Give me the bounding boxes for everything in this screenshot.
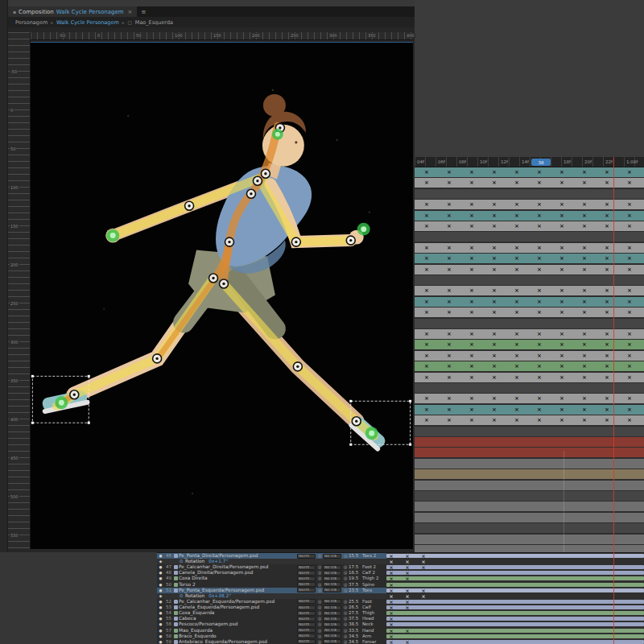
visibility-eye-icon[interactable]: ● (157, 553, 164, 559)
layer-name[interactable]: Canela_Direita/Personagem.psd (179, 570, 297, 576)
keyframe-icon[interactable]: × (492, 353, 497, 359)
keyframe-icon[interactable]: × (559, 331, 564, 337)
timeline-layer-bar[interactable]: ×× (386, 599, 644, 605)
close-icon[interactable]: × (128, 9, 133, 15)
timeline-layer-bar[interactable]: ×××××××××× (415, 265, 644, 275)
keyframe-icon[interactable]: × (605, 299, 609, 305)
layer-name[interactable]: Pe_Ponta_Direita/Personagem.psd (179, 553, 297, 559)
keyframe-icon[interactable]: × (389, 588, 393, 593)
parent-pickwhip-icon[interactable]: @ (342, 582, 349, 588)
layer-name[interactable]: Torso 2 (179, 582, 297, 588)
keyframe-icon[interactable]: × (405, 599, 409, 605)
keyframe-icon[interactable]: × (559, 407, 564, 413)
timeline-layer-bar[interactable]: ×××××××××× (415, 167, 644, 177)
keyframe-icon[interactable]: × (537, 299, 542, 305)
keyframe-icon[interactable]: × (469, 395, 474, 402)
keyframe-icon[interactable]: × (514, 309, 519, 316)
timeline-layer-bar[interactable] (415, 469, 644, 479)
keyframe-icon[interactable]: × (537, 407, 542, 413)
keyframe-icon[interactable]: × (559, 417, 564, 423)
timeline-layer-bar[interactable]: ×××××××××× (415, 297, 644, 307)
timeline-layer-bar[interactable]: ×××××××××× (415, 329, 644, 339)
keyframe-icon[interactable]: × (424, 245, 429, 251)
blend-mode-select[interactable]: Norm (297, 582, 316, 587)
keyframe-icon[interactable]: × (559, 341, 564, 348)
timeline-layer-bar[interactable]: ×× (386, 628, 644, 634)
keyframe-icon[interactable]: × (627, 309, 632, 316)
blend-mode-select[interactable]: Norm (297, 617, 316, 621)
keyframe-icon[interactable]: × (537, 169, 542, 175)
trkmat-select[interactable]: No tra (323, 565, 341, 570)
keyframe-icon[interactable]: × (405, 564, 409, 570)
label-swatch[interactable] (173, 629, 179, 633)
parent-pickwhip-icon[interactable]: @ (342, 610, 349, 616)
label-swatch[interactable] (173, 588, 179, 592)
keyframe-icon[interactable]: × (469, 407, 474, 413)
keyframe-icon[interactable]: × (514, 299, 519, 305)
keyframe-icon[interactable]: × (424, 331, 429, 337)
keyframe-icon[interactable]: × (559, 353, 564, 359)
keyframe-icon[interactable]: × (492, 299, 497, 305)
keyframe-icon[interactable]: × (627, 245, 632, 251)
keyframe-icon[interactable]: × (537, 374, 542, 381)
pickwhip-icon[interactable]: @ (316, 570, 323, 576)
pickwhip-icon[interactable]: @ (316, 628, 323, 634)
property-row[interactable]: ◆⊙Rotation0x+38.2° (157, 593, 386, 599)
label-swatch[interactable] (173, 565, 179, 569)
visibility-eye-icon[interactable]: ● (157, 570, 164, 576)
keyframe-icon[interactable]: × (492, 255, 497, 262)
timeline-layer-bar[interactable]: ×××××××××× (415, 254, 644, 263)
keyframe-icon[interactable]: × (389, 599, 393, 605)
visibility-eye-icon[interactable]: ● (157, 616, 164, 621)
keyframe-icon[interactable]: × (389, 610, 393, 616)
time-indicator-line[interactable] (613, 157, 614, 644)
keyframe-icon[interactable]: × (469, 180, 474, 186)
layer-duration-bar[interactable] (386, 576, 644, 580)
layer-name[interactable]: Cabeca (179, 616, 297, 621)
keyframe-icon[interactable]: × (559, 309, 564, 316)
keyframe-icon[interactable]: × (627, 341, 632, 348)
panel-menu-icon[interactable]: ≡ (141, 9, 146, 15)
keyframe-icon[interactable]: × (469, 266, 474, 273)
timeline-layer-bar[interactable] (415, 491, 644, 501)
timeline-layer-bar[interactable] (415, 319, 644, 328)
keyframe-icon[interactable]: × (389, 634, 393, 639)
keyframe-icon[interactable]: × (582, 255, 587, 262)
layer-row[interactable]: ●53Canela_Esquerda/Personagem.psdNorm@No… (157, 605, 386, 610)
keyframe-icon[interactable]: × (582, 417, 587, 423)
keyframe-icon[interactable]: × (492, 169, 497, 175)
keyframe-icon[interactable]: × (559, 363, 564, 369)
timeline-layer-bar[interactable]: ×××××××××× (415, 221, 644, 231)
visibility-eye-icon[interactable]: ● (157, 564, 164, 570)
keyframe-icon[interactable]: × (421, 564, 425, 570)
timeline-layer-bar[interactable] (415, 275, 644, 285)
keyframe-icon[interactable]: × (405, 605, 409, 610)
timeline-layer-bar[interactable]: ××× (386, 564, 644, 570)
timeline-layer-bar[interactable]: ×××××××××× (415, 200, 644, 209)
layer-name[interactable]: Pe_Ponta_Esquerda/Personagem.psd (179, 588, 297, 593)
keyframe-icon[interactable]: × (424, 287, 429, 294)
timeline-layer-bar[interactable]: ××× (386, 588, 644, 593)
keyframe-icon[interactable]: × (514, 395, 519, 402)
keyframe-icon[interactable]: × (514, 417, 519, 423)
blend-mode-select[interactable]: Norm (297, 554, 316, 559)
keyframe-icon[interactable]: × (627, 266, 632, 273)
layer-row[interactable]: ●49Coxa DireitaNorm@No tra@19.5Thigh 2 (157, 576, 386, 581)
keyframe-icon[interactable]: × (424, 407, 429, 413)
keyframe-icon[interactable]: × (447, 245, 452, 251)
property-value[interactable]: 0x+38.2° (208, 593, 231, 599)
keyframe-icon[interactable]: × (469, 287, 474, 294)
keyframe-icon[interactable]: × (514, 266, 519, 273)
pickwhip-icon[interactable]: @ (316, 564, 323, 570)
keyframe-icon[interactable]: × (447, 255, 452, 262)
keyframe-icon[interactable]: × (421, 593, 425, 599)
trkmat-select[interactable]: No tra (323, 622, 341, 627)
keyframe-icon[interactable]: × (469, 169, 474, 175)
timeline-layer-bar[interactable] (415, 448, 644, 457)
keyframe-icon[interactable]: × (492, 213, 497, 219)
property-name[interactable]: Rotation (185, 593, 204, 599)
trkmat-select[interactable]: No tra (323, 634, 341, 638)
keyframe-icon[interactable]: × (627, 255, 632, 262)
parent-pickwhip-icon[interactable]: @ (342, 639, 349, 644)
keyframe-icon[interactable]: × (389, 639, 393, 644)
